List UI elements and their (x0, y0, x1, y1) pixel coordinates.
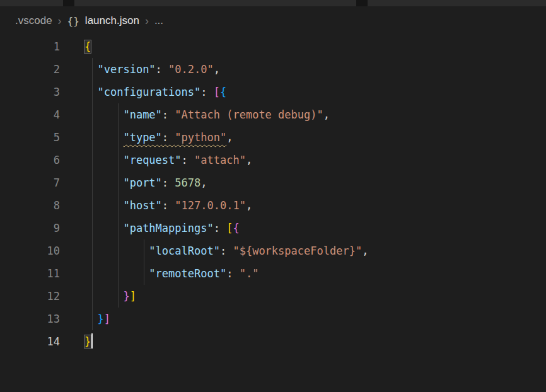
token-pln: : (220, 245, 233, 257)
token-pln: , (362, 245, 368, 257)
token-b1: ] (130, 290, 136, 303)
line-number[interactable]: 9 (0, 217, 60, 239)
breadcrumb-folder[interactable]: .vscode (15, 14, 52, 27)
token-pln: , (226, 131, 233, 144)
token-b2: } (123, 290, 129, 303)
chevron-right-icon: › (145, 14, 149, 28)
token-b3: { (220, 86, 226, 98)
token-key: "host" (123, 199, 161, 212)
line-number[interactable]: 1 (0, 35, 60, 58)
line-number[interactable]: 8 (0, 194, 60, 217)
code-line[interactable]: }] (84, 308, 546, 330)
token-b2: ] (104, 313, 110, 325)
code-area[interactable]: { "version": "0.2.0", "configurations": … (84, 35, 546, 353)
token-key: "version" (97, 63, 155, 76)
token-pln: , (214, 63, 220, 76)
code-line[interactable]: "request": "attach", (84, 149, 546, 171)
code-line[interactable]: { (84, 35, 546, 58)
line-number[interactable]: 11 (0, 262, 60, 285)
token-str: "127.0.0.1" (175, 199, 246, 212)
code-line[interactable]: "host": "127.0.0.1", (84, 194, 546, 217)
token-key: "type" (123, 131, 161, 144)
line-number[interactable]: 2 (0, 58, 60, 81)
line-number-gutter[interactable]: 1234567891011121314 (0, 35, 60, 353)
line-number[interactable]: 3 (0, 81, 60, 103)
token-key: "request" (123, 154, 181, 166)
token-key: "configurations" (97, 86, 200, 98)
token-key: "port" (123, 176, 161, 189)
token-str: "Attach (remote debug)" (175, 108, 323, 121)
token-str: "python" (175, 131, 226, 144)
code-line[interactable]: "version": "0.2.0", (84, 58, 546, 81)
code-line[interactable]: "pathMappings": [{ (84, 217, 546, 239)
code-line[interactable]: "type": "python", (84, 126, 546, 149)
tab-separator (63, 0, 74, 6)
breadcrumb-overflow[interactable]: ... (154, 14, 163, 27)
token-pln: : (162, 131, 175, 144)
token-str: "${workspaceFolder}" (233, 245, 362, 257)
tab-separator (356, 0, 368, 6)
code-line[interactable]: "name": "Attach (remote debug)", (84, 103, 546, 126)
token-pln: , (246, 154, 252, 166)
chevron-right-icon: › (58, 14, 62, 28)
code-line[interactable]: "remoteRoot": "." (84, 262, 546, 285)
code-line[interactable]: "configurations": [{ (84, 81, 546, 103)
token-str: "." (240, 267, 259, 280)
token-pln: : (162, 199, 175, 212)
token-pln: : (162, 108, 175, 121)
text-cursor (91, 333, 93, 349)
matched-bracket: { (84, 40, 91, 53)
breadcrumb-file[interactable]: launch.json (85, 14, 139, 27)
token-pln: : (182, 154, 194, 166)
token-pln: : (162, 176, 175, 189)
token-b1: [ (226, 222, 233, 234)
token-pln: : (156, 63, 168, 76)
token-b3: } (97, 313, 103, 325)
token-str: "0.2.0" (168, 63, 214, 76)
token-pln: : (214, 222, 226, 234)
code-line[interactable]: } (84, 330, 546, 353)
token-b2: [ (214, 86, 220, 98)
token-pln: , (323, 108, 330, 121)
tab-strip[interactable] (0, 0, 546, 6)
json-file-icon: {} (67, 15, 79, 27)
breadcrumb: .vscode › {} launch.json › ... (0, 6, 546, 35)
line-number[interactable]: 6 (0, 149, 60, 171)
token-num: 5678 (175, 176, 200, 189)
code-editor[interactable]: 1234567891011121314 { "version": "0.2.0"… (0, 35, 546, 392)
token-pln: , (246, 199, 252, 212)
token-b2: { (233, 222, 239, 234)
token-pln: : (226, 267, 239, 280)
token-str: "attach" (194, 154, 246, 166)
token-key: "name" (123, 108, 161, 121)
token-key: "remoteRoot" (149, 267, 226, 280)
token-pln: , (200, 176, 207, 189)
line-number[interactable]: 4 (0, 103, 60, 126)
token-key: "localRoot" (149, 245, 220, 257)
line-number[interactable]: 12 (0, 285, 60, 308)
line-number[interactable]: 14 (0, 330, 60, 353)
token-key: "pathMappings" (123, 222, 213, 234)
line-number[interactable]: 5 (0, 126, 60, 149)
matched-bracket: } (84, 335, 91, 348)
line-number[interactable]: 13 (0, 308, 60, 330)
code-line[interactable]: "localRoot": "${workspaceFolder}", (84, 239, 546, 262)
code-line[interactable]: }] (84, 285, 546, 308)
code-line[interactable]: "port": 5678, (84, 171, 546, 194)
line-number[interactable]: 10 (0, 239, 60, 262)
line-number[interactable]: 7 (0, 171, 60, 194)
token-pln: : (200, 86, 213, 98)
